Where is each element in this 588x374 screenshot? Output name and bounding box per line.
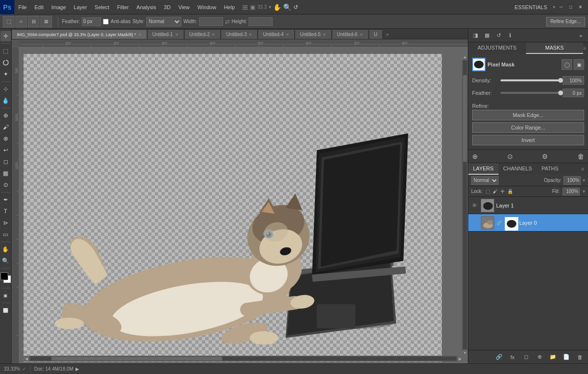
path-select-tool[interactable]: ⊳ [0, 218, 11, 228]
scroll-up-btn[interactable]: ▲ [462, 54, 468, 60]
feather-input[interactable] [82, 17, 101, 26]
color-swatches[interactable] [0, 272, 11, 286]
mask-toggle-btn[interactable]: ◯ [562, 59, 572, 70]
essentials-btn[interactable]: ESSENTIALS [511, 3, 551, 11]
scroll-down-btn[interactable]: ▼ [462, 350, 468, 356]
subtract-icon[interactable]: ⊟ [28, 16, 39, 27]
workspace-dropdown[interactable]: ▾ [553, 4, 555, 10]
panel-icon-4[interactable]: ℹ [505, 30, 515, 41]
tab-paths[interactable]: PATHS [537, 163, 563, 175]
feather-slider[interactable] [500, 92, 561, 94]
zoom-tool[interactable]: 🔍 [0, 256, 11, 266]
layer-link-btn[interactable]: 🔗 [494, 352, 504, 362]
fill-value[interactable]: 100% [563, 188, 580, 195]
tab-channels[interactable]: CHANNELS [499, 163, 537, 175]
style-select[interactable]: Normal Fixed Ratio Fixed Size [146, 17, 181, 26]
add-vector-mask-btn[interactable]: ⊙ [507, 153, 513, 160]
lock-image-btn[interactable]: 🖌 [493, 189, 498, 194]
swap-icon[interactable]: ⇄ [225, 18, 230, 25]
blend-mode-select[interactable]: Normal Multiply Screen Overlay [471, 176, 499, 185]
tab-untitled4[interactable]: Untitled-4 ✕ [258, 29, 295, 39]
layer-new-btn[interactable]: 📄 [561, 352, 572, 362]
layer-delete-btn[interactable]: 🗑 [575, 352, 585, 362]
mask-channel-btn[interactable]: ▣ [574, 59, 584, 70]
vertical-scrollbar[interactable]: ▲ ▼ [462, 54, 468, 356]
panel-icon-3[interactable]: ↺ [493, 30, 504, 41]
tab-untitled2[interactable]: Untitled-2 ✕ [184, 29, 221, 39]
marquee-tool[interactable]: ⬚ [0, 46, 11, 56]
menu-window[interactable]: Window [194, 0, 220, 14]
menu-help[interactable]: Help [220, 0, 239, 14]
tab-untitled3-close[interactable]: ✕ [249, 32, 252, 37]
lasso-tool[interactable] [0, 57, 11, 68]
panel-icon-2[interactable]: ▦ [482, 30, 492, 41]
tabs-more-btn[interactable]: » [383, 29, 392, 39]
move-tool[interactable]: ✛ [0, 31, 11, 41]
tab-main[interactable]: IMG_5594-computer7.psd @ 33.3% (Layer 0,… [12, 29, 147, 39]
lock-position-btn[interactable]: ✛ [500, 189, 504, 194]
color-range-btn[interactable]: Color Range... [472, 122, 584, 133]
tab-untitled1-close[interactable]: ✕ [175, 32, 179, 37]
density-slider-thumb[interactable] [558, 78, 563, 83]
maximize-btn[interactable]: □ [567, 3, 575, 11]
density-slider[interactable] [500, 79, 561, 81]
tab-masks[interactable]: MASKS [526, 42, 584, 54]
tab-untitled1[interactable]: Untitled-1 ✕ [147, 29, 184, 39]
menu-filter[interactable]: Filter [113, 0, 132, 14]
opacity-arrow[interactable]: ▾ [583, 178, 585, 183]
layer-mask-btn[interactable]: ◻ [521, 352, 531, 362]
refine-edge-btn[interactable]: Refine Edge... [546, 17, 585, 26]
panel-icon-collapse[interactable]: » [575, 30, 586, 41]
menu-view[interactable]: View [175, 0, 194, 14]
healing-tool[interactable]: ⊕ [0, 110, 11, 121]
layers-panel-menu-btn[interactable]: ≡ [577, 163, 588, 175]
layer-adjustment-btn[interactable]: ⊕ [534, 352, 545, 362]
screen-mode-icon[interactable]: ▣ [250, 4, 255, 11]
layer1-visibility-btn[interactable]: 👁 [470, 201, 479, 210]
mask-edge-btn[interactable]: Mask Edge... [472, 110, 584, 120]
scroll-track[interactable] [30, 357, 456, 361]
single-row-icon[interactable]: ▭ [15, 16, 27, 27]
tab-u[interactable]: U [369, 29, 383, 39]
panel-menu-btn[interactable]: ≡ [583, 46, 586, 51]
intersect-icon[interactable]: ⊠ [40, 16, 52, 27]
tab-untitled4-close[interactable]: ✕ [286, 32, 289, 37]
mask-options-btn[interactable]: ⚙ [542, 153, 548, 160]
height-input[interactable] [249, 17, 273, 26]
tab-layers[interactable]: LAYERS [468, 163, 499, 175]
crop-tool[interactable]: ⊹ [0, 84, 11, 94]
opacity-value[interactable]: 100% [563, 176, 581, 185]
screen-mode-btn[interactable]: ⬜ [0, 305, 11, 316]
foreground-color[interactable] [0, 272, 8, 280]
invert-btn[interactable]: Invert [472, 135, 584, 145]
layer-group-btn[interactable]: 📁 [548, 352, 558, 362]
horizontal-scrollbar[interactable]: ◀ ▶ [24, 356, 463, 361]
menu-select[interactable]: Select [91, 0, 113, 14]
status-arrow-btn[interactable]: ▶ [75, 366, 79, 372]
zoom-icon[interactable]: 🔍 [283, 3, 291, 11]
doc-info[interactable]: Doc: 14.4M/18.0M ▶ [34, 366, 79, 372]
close-btn[interactable]: ✕ [576, 3, 584, 11]
clone-tool[interactable]: ⊗ [0, 133, 11, 144]
layer-row-0[interactable]: 👁 🔗 [468, 214, 588, 232]
menu-edit[interactable]: Edit [31, 0, 48, 14]
menu-3d[interactable]: 3D [160, 0, 175, 14]
tab-untitled3[interactable]: Untitled-3 ✕ [221, 29, 258, 39]
layer-style-btn[interactable]: fx [507, 352, 518, 362]
zoom-dropdown[interactable]: ▾ [269, 4, 271, 10]
lock-all-btn[interactable]: 🔒 [507, 189, 513, 194]
menu-image[interactable]: Image [48, 0, 70, 14]
fill-arrow[interactable]: ▾ [583, 189, 585, 194]
layer0-mask-thumbnail[interactable] [504, 216, 517, 230]
hand-cursor-icon[interactable]: ✋ [273, 3, 281, 11]
canvas-viewport[interactable]: ◀ ▶ ▲ ▼ [19, 47, 468, 363]
eraser-tool[interactable]: ◻ [0, 156, 11, 167]
menu-file[interactable]: File [14, 0, 31, 14]
rotate-icon[interactable]: ↺ [293, 4, 298, 11]
shape-tool[interactable]: ▭ [0, 229, 11, 240]
scroll-left-btn[interactable]: ◀ [24, 356, 29, 361]
tab-untitled5[interactable]: Untitled-5 ✕ [295, 29, 332, 39]
layer-row-1[interactable]: 👁 Layer 1 [468, 197, 588, 214]
lock-pixels-btn[interactable]: ⬚ [486, 189, 490, 194]
magic-wand-tool[interactable]: ✦ [0, 69, 11, 79]
